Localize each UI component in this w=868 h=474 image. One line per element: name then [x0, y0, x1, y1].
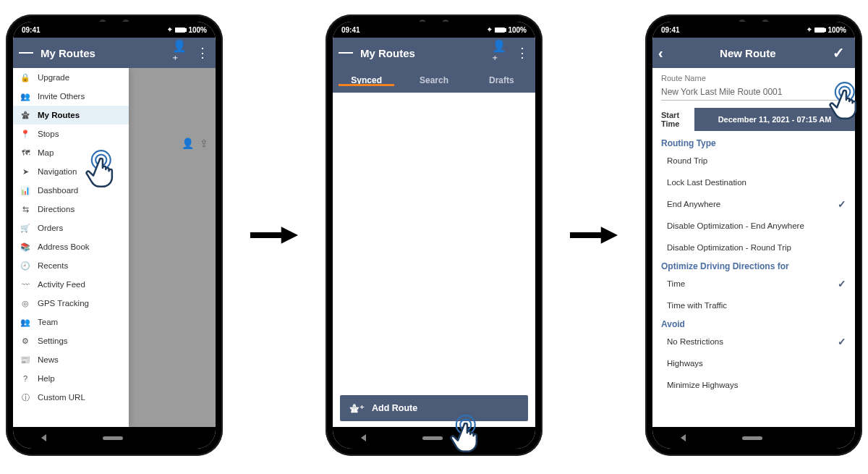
share-user-icon[interactable]: 👤 [182, 137, 194, 149]
drawer-item-label: Recents [38, 261, 68, 270]
android-navbar [652, 427, 855, 449]
drawer-item-recents[interactable]: 🕘Recents [13, 256, 129, 275]
route-name-input[interactable] [661, 85, 846, 101]
navigation-drawer[interactable]: 🔒Upgrade👥Invite Others🛣My Routes📍Stops🗺M… [13, 68, 129, 427]
add-user-icon[interactable]: 👤⁺ [492, 46, 506, 60]
add-route-button[interactable]: 🛣⁺ Add Route [340, 395, 528, 421]
help-icon: ? [20, 374, 30, 383]
routing-type-option[interactable]: Disable Optimization - End Anywhere [661, 215, 846, 237]
drawer-item-navigation[interactable]: ➤Navigation [13, 162, 129, 181]
drawer-item-directions[interactable]: ⇆Directions [13, 200, 129, 219]
optimize-header: Optimize Driving Directions for [661, 261, 846, 271]
nav-back-icon[interactable] [41, 434, 46, 441]
check-icon: ✓ [838, 198, 846, 210]
routing-type-option[interactable]: End Anywhere✓ [661, 193, 846, 215]
drawer-item-label: Upgrade [38, 73, 69, 82]
avoid-option[interactable]: No Restrictions✓ [661, 331, 846, 352]
scrim[interactable] [129, 68, 216, 427]
drawer-item-custom-url[interactable]: ⓘCustom URL [13, 388, 129, 407]
status-time: 09:41 [661, 26, 680, 34]
back-icon[interactable]: ‹ [658, 45, 663, 62]
drawer-item-label: Map [38, 148, 54, 157]
drawer-item-address-book[interactable]: 📚Address Book [13, 237, 129, 256]
share-icon[interactable]: ⇪ [200, 137, 208, 149]
drawer-item-label: Navigation [38, 167, 77, 176]
drawer-item-stops[interactable]: 📍Stops [13, 124, 129, 143]
option-label: End Anywhere [667, 200, 720, 208]
optimize-option[interactable]: Time✓ [661, 273, 846, 295]
android-navbar [13, 427, 216, 449]
app-bar: My Routes 👤⁺ ⋮ [333, 38, 535, 68]
drawer-item-label: Orders [38, 224, 63, 232]
drawer-item-my-routes[interactable]: 🛣My Routes [13, 106, 129, 124]
stops-icon: 📍 [20, 130, 30, 139]
nav-home-icon[interactable] [103, 436, 123, 440]
menu-icon[interactable] [19, 46, 33, 60]
avoid-option[interactable]: Highways [661, 352, 846, 374]
drawer-item-help[interactable]: ?Help [13, 369, 129, 388]
status-time: 09:41 [22, 26, 41, 34]
tab-synced[interactable]: Synced [333, 75, 400, 85]
nav-home-icon[interactable] [742, 436, 762, 440]
routing-type-option[interactable]: Round Trip [661, 150, 846, 172]
drawer-item-label: Invite Others [38, 92, 85, 101]
location-icon: ⌖ [168, 25, 172, 34]
drawer-item-settings[interactable]: ⚙Settings [13, 331, 129, 350]
option-label: Time with Traffic [667, 301, 727, 310]
drawer-item-gps-tracking[interactable]: ◎GPS Tracking [13, 294, 129, 313]
drawer-item-map[interactable]: 🗺Map [13, 143, 129, 162]
drawer-item-dashboard[interactable]: 📊Dashboard [13, 181, 129, 200]
confirm-icon[interactable]: ✓ [833, 44, 849, 62]
option-label: No Restrictions [667, 337, 723, 346]
start-time-row[interactable]: Start Time December 11, 2021 - 07:15 AM [652, 108, 855, 131]
location-icon: ⌖ [807, 25, 812, 34]
menu-icon[interactable] [339, 46, 353, 60]
new-route-form: Route Name Start Time December 11, 2021 … [652, 68, 855, 427]
toolbar-icons: 👤 ⇪ [182, 137, 208, 149]
directions-icon: ⇆ [20, 205, 30, 214]
app-bar: ‹ New Route ✓ [652, 38, 855, 68]
avoid-option[interactable]: Minimize Highways [661, 374, 846, 396]
app-bar: My Routes 👤⁺ ⋮ [13, 38, 216, 68]
arrow-2 [561, 222, 626, 248]
settings-icon: ⚙ [20, 337, 30, 346]
drawer-item-upgrade[interactable]: 🔒Upgrade [13, 68, 129, 87]
overflow-icon[interactable]: ⋮ [515, 46, 529, 60]
nav-back-icon[interactable] [681, 434, 686, 441]
team-icon: 👥 [20, 318, 30, 327]
orders-icon: 🛒 [20, 224, 30, 233]
add-user-icon[interactable]: 👤⁺ [172, 46, 187, 60]
tab-search[interactable]: Search [400, 75, 467, 85]
add-route-label: Add Route [372, 403, 417, 413]
option-label: Highways [667, 359, 703, 368]
drawer-item-invite-others[interactable]: 👥Invite Others [13, 87, 129, 106]
nav-back-icon[interactable] [361, 434, 366, 441]
start-time-value[interactable]: December 11, 2021 - 07:15 AM [694, 108, 855, 131]
start-time-label: Start Time [652, 111, 694, 128]
drawer-item-orders[interactable]: 🛒Orders [13, 219, 129, 237]
option-label: Round Trip [667, 156, 707, 165]
drawer-item-news[interactable]: 📰News [13, 350, 129, 369]
drawer-item-team[interactable]: 👥Team [13, 313, 129, 331]
nav-home-icon[interactable] [422, 436, 443, 440]
optimize-option[interactable]: Time with Traffic [661, 295, 846, 316]
android-navbar [333, 427, 535, 449]
routing-type-option[interactable]: Disable Optimization - Round Trip [661, 237, 846, 258]
battery-pct: 100% [827, 26, 846, 34]
option-label: Time [667, 279, 685, 288]
option-label: Minimize Highways [667, 381, 738, 389]
overflow-icon[interactable]: ⋮ [195, 46, 210, 60]
map-icon: 🗺 [20, 148, 30, 157]
drawer-item-label: Dashboard [38, 186, 78, 195]
drawer-item-activity-feed[interactable]: 〰Activity Feed [13, 275, 129, 294]
phone-3: 09:41 ⌖ 100% ‹ New Route ✓ Route Name St… [645, 14, 862, 456]
activity-feed-icon: 〰 [20, 280, 30, 289]
routing-type-option[interactable]: Lock Last Destination [661, 172, 846, 193]
tab-drafts[interactable]: Drafts [468, 75, 535, 85]
drawer-item-label: Activity Feed [38, 280, 85, 289]
status-time: 09:41 [341, 26, 360, 34]
app-title: My Routes [360, 47, 485, 59]
add-route-icon: 🛣⁺ [350, 403, 365, 414]
location-icon: ⌖ [488, 25, 492, 34]
drawer-item-label: Team [38, 318, 58, 326]
